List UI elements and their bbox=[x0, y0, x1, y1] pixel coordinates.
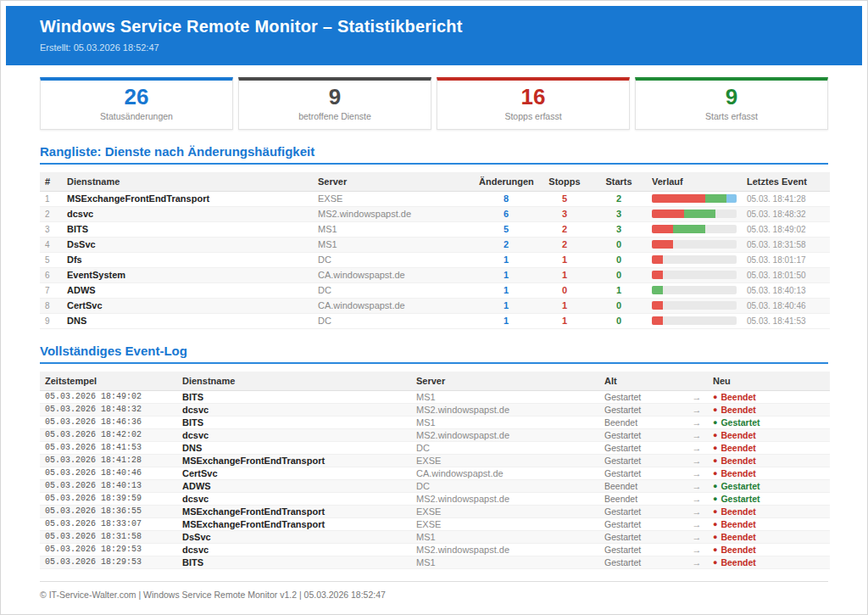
new-state-cell: ●Beendet bbox=[708, 390, 830, 403]
arrow-icon: → bbox=[686, 505, 708, 517]
old-state-cell: Gestartet bbox=[599, 428, 686, 441]
starts-cell: 0 bbox=[591, 313, 647, 328]
stat-cards: 26Statusänderungen9betroffene Dienste16S… bbox=[40, 77, 828, 130]
eventlog-column-header: Neu bbox=[708, 372, 830, 391]
service-name-cell: Dfs bbox=[62, 252, 313, 267]
starts-cell: 0 bbox=[591, 237, 647, 252]
bar-segment-stops bbox=[652, 210, 684, 218]
old-state-cell: Gestartet bbox=[599, 530, 686, 543]
new-state-cell: ●Beendet bbox=[708, 505, 830, 517]
stops-cell: 1 bbox=[538, 298, 591, 313]
eventlog-row: 05.03.2026 18:31:58DsSvcMS1Gestartet→●Be… bbox=[40, 530, 830, 543]
old-state-cell: Gestartet bbox=[599, 505, 686, 517]
history-bar-fill bbox=[652, 225, 705, 233]
stat-card: 9Starts erfasst bbox=[635, 77, 828, 130]
last-event-cell: 05.03. 18:40:13 bbox=[742, 282, 830, 298]
old-state-cell: Beendet bbox=[599, 416, 686, 428]
ranking-row: 4DsSvcMS122005.03. 18:31:58 bbox=[40, 237, 830, 252]
rank-cell: 5 bbox=[40, 252, 62, 267]
history-bar bbox=[652, 225, 737, 233]
eventlog-table: ZeitstempelDienstnameServerAltNeu 05.03.… bbox=[40, 372, 830, 569]
rank-cell: 2 bbox=[40, 206, 62, 221]
history-cell bbox=[647, 252, 742, 267]
status-dot-icon: ● bbox=[713, 482, 717, 490]
server-cell: DC bbox=[313, 313, 474, 328]
stops-cell: 0 bbox=[538, 282, 591, 298]
service-name-cell: MSExchangeFrontEndTransport bbox=[62, 191, 313, 206]
status-dot-icon: ● bbox=[713, 418, 717, 427]
arrow-icon: → bbox=[686, 479, 708, 492]
arrow-icon: → bbox=[686, 441, 708, 454]
bar-segment-stops bbox=[652, 316, 663, 325]
starts-cell: 1 bbox=[591, 282, 647, 298]
eventlog-row: 05.03.2026 18:39:59dcsvcMS2.windowspapst… bbox=[40, 492, 830, 505]
report-footer: © IT-Service-Walter.com | Windows Servic… bbox=[40, 581, 828, 600]
last-event-cell: 05.03. 18:40:46 bbox=[742, 298, 830, 313]
arrow-icon: → bbox=[686, 492, 708, 505]
changes-cell: 8 bbox=[474, 191, 538, 206]
stat-card: 9betroffene Dienste bbox=[238, 77, 431, 130]
timestamp-cell: 05.03.2026 18:48:32 bbox=[40, 403, 177, 416]
ranking-column-header: Dienstname bbox=[62, 172, 313, 192]
eventlog-row: 05.03.2026 18:29:53BITSMS1Gestartet→●Bee… bbox=[40, 556, 830, 568]
eventlog-column-header: Server bbox=[411, 372, 599, 391]
server-cell: DC bbox=[411, 479, 599, 492]
arrow-icon: → bbox=[686, 543, 708, 556]
history-bar-fill bbox=[652, 255, 663, 264]
history-bar bbox=[652, 210, 737, 218]
changes-cell: 5 bbox=[474, 221, 538, 237]
ranking-column-header: Starts bbox=[591, 172, 647, 192]
service-name-cell: DsSvc bbox=[62, 237, 313, 252]
starts-cell: 3 bbox=[591, 206, 647, 221]
timestamp-cell: 05.03.2026 18:49:02 bbox=[40, 390, 177, 403]
server-cell: CA.windowspapst.de bbox=[411, 467, 599, 479]
rank-cell: 8 bbox=[40, 298, 62, 313]
eventlog-column-header: Alt bbox=[599, 372, 686, 391]
status-dot-icon: ● bbox=[713, 444, 717, 452]
history-bar bbox=[652, 271, 737, 279]
history-bar-fill bbox=[652, 194, 737, 203]
server-cell: DC bbox=[313, 252, 474, 267]
timestamp-cell: 05.03.2026 18:33:07 bbox=[40, 517, 177, 530]
old-state-cell: Beendet bbox=[599, 479, 686, 492]
last-event-cell: 05.03. 18:41:28 bbox=[742, 191, 830, 206]
ranking-table: #DienstnameServerÄnderungenStoppsStartsV… bbox=[40, 172, 830, 329]
history-cell bbox=[647, 282, 742, 298]
stops-cell: 5 bbox=[538, 191, 591, 206]
new-state-cell: ●Beendet bbox=[708, 428, 830, 441]
history-bar bbox=[652, 240, 737, 249]
service-name-cell: MSExchangeFrontEndTransport bbox=[177, 454, 411, 467]
bar-segment-stops bbox=[652, 194, 705, 203]
history-bar-fill bbox=[652, 210, 715, 218]
ranking-column-header: Stopps bbox=[538, 172, 591, 192]
history-bar-fill bbox=[652, 271, 663, 279]
arrow-icon: → bbox=[686, 517, 708, 530]
old-state-cell: Gestartet bbox=[599, 556, 686, 568]
service-name-cell: BITS bbox=[62, 221, 313, 237]
rank-cell: 6 bbox=[40, 267, 62, 282]
old-state-cell: Gestartet bbox=[599, 517, 686, 530]
bar-segment-starts bbox=[705, 194, 726, 203]
history-cell bbox=[647, 313, 742, 328]
eventlog-row: 05.03.2026 18:41:28MSExchangeFrontEndTra… bbox=[40, 454, 830, 467]
ranking-title: Rangliste: Dienste nach Änderungshäufigk… bbox=[40, 144, 828, 165]
service-name-cell: ADWS bbox=[62, 282, 313, 298]
report-body: 26Statusänderungen9betroffene Dienste16S… bbox=[6, 77, 862, 569]
server-cell: MS2.windowspapst.de bbox=[313, 206, 474, 221]
last-event-cell: 05.03. 18:41:53 bbox=[742, 313, 830, 328]
bar-segment-stops bbox=[652, 225, 673, 233]
footer-text: © IT-Service-Walter.com | Windows Servic… bbox=[40, 590, 386, 600]
eventlog-row: 05.03.2026 18:48:32dcsvcMS2.windowspapst… bbox=[40, 403, 830, 416]
ranking-row: 1MSExchangeFrontEndTransportEXSE85205.03… bbox=[40, 191, 830, 206]
status-dot-icon: ● bbox=[713, 495, 717, 503]
stops-cell: 1 bbox=[538, 267, 591, 282]
last-event-cell: 05.03. 18:49:02 bbox=[742, 221, 830, 237]
eventlog-row: 05.03.2026 18:40:13ADWSDCBeendet→●Gestar… bbox=[40, 479, 830, 492]
old-state-cell: Gestartet bbox=[599, 543, 686, 556]
bar-segment-stops bbox=[652, 271, 663, 279]
status-dot-icon: ● bbox=[713, 405, 717, 414]
ranking-row: 9DNSDC11005.03. 18:41:53 bbox=[40, 313, 830, 328]
eventlog-row: 05.03.2026 18:49:02BITSMS1Gestartet→●Bee… bbox=[40, 390, 830, 403]
service-name-cell: CertSvc bbox=[177, 467, 411, 479]
timestamp-cell: 05.03.2026 18:40:46 bbox=[40, 467, 177, 479]
